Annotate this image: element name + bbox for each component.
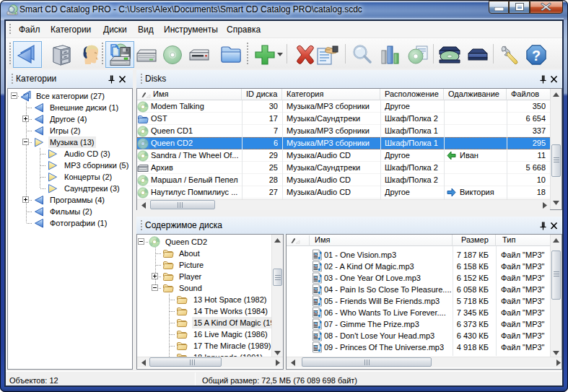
svg-text:?: ? bbox=[532, 48, 541, 64]
